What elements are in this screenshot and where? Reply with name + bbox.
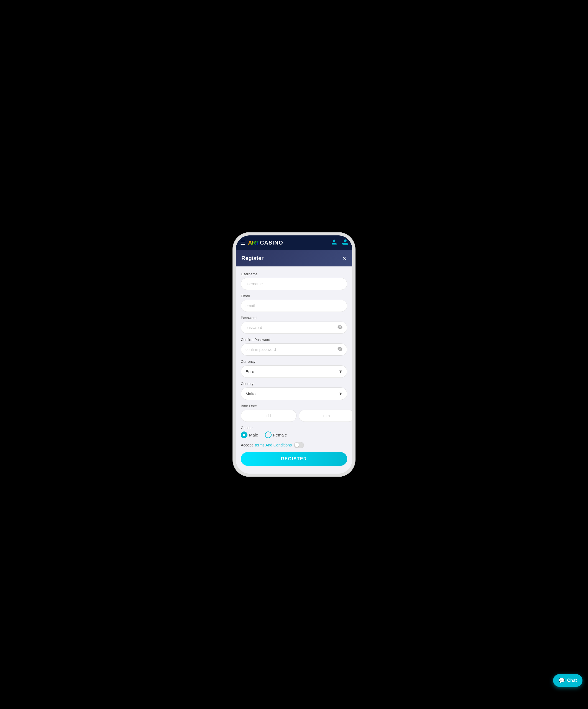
birthdate-row xyxy=(241,410,347,422)
password-field-group: Password xyxy=(241,316,347,334)
gender-female-option[interactable]: Female xyxy=(265,431,287,438)
form-body: Username Email Password xyxy=(236,266,352,471)
email-field-group: Email xyxy=(241,294,347,312)
birthdate-mm-input[interactable] xyxy=(299,410,352,422)
country-field-group: Country Malta United Kingdom Germany Fra… xyxy=(241,382,347,400)
birthdate-dd-input[interactable] xyxy=(241,410,297,422)
register-nav-icon[interactable] xyxy=(341,239,348,247)
gender-row: Male Female xyxy=(241,431,347,438)
birthdate-field-group: Birth Date xyxy=(241,404,347,422)
terms-toggle[interactable] xyxy=(294,442,304,448)
username-input-wrapper xyxy=(241,278,347,290)
username-input[interactable] xyxy=(241,278,347,290)
register-button[interactable]: REGISTER xyxy=(241,452,347,466)
accept-terms-row: Accept terms And Conditions xyxy=(241,442,347,448)
chat-button-label: Chat xyxy=(567,678,577,683)
chat-bubble-icon: 💬 xyxy=(559,677,565,684)
email-input[interactable] xyxy=(241,300,347,312)
currency-select[interactable]: Euro USD GBP BTC xyxy=(241,365,347,378)
username-label: Username xyxy=(241,272,347,276)
login-icon[interactable] xyxy=(331,239,337,246)
username-field-group: Username xyxy=(241,272,347,290)
confirm-password-label: Confirm Password xyxy=(241,338,347,342)
terms-link[interactable]: terms And Conditions xyxy=(255,443,292,447)
navbar: ☰ ART CASINO xyxy=(236,235,352,250)
modal-header: Register ✕ xyxy=(236,250,352,266)
navbar-icons xyxy=(331,239,348,247)
confirm-password-input-wrapper xyxy=(241,343,347,356)
password-input-wrapper xyxy=(241,321,347,334)
gender-female-radio[interactable] xyxy=(265,431,272,438)
password-eye-icon[interactable] xyxy=(337,324,343,331)
gender-label: Gender xyxy=(241,426,347,430)
birthdate-label: Birth Date xyxy=(241,404,347,408)
currency-select-wrapper: Euro USD GBP BTC ▼ xyxy=(241,365,347,378)
confirm-password-field-group: Confirm Password xyxy=(241,338,347,356)
country-select-wrapper: Malta United Kingdom Germany France Ital… xyxy=(241,388,347,400)
chat-button[interactable]: 💬 Chat xyxy=(553,674,583,687)
app-logo: ART CASINO xyxy=(248,240,328,246)
email-label: Email xyxy=(241,294,347,298)
phone-shell: ☰ ART CASINO Register ✕ xyxy=(236,235,352,474)
currency-field-group: Currency Euro USD GBP BTC ▼ xyxy=(241,360,347,378)
confirm-password-input[interactable] xyxy=(241,343,347,356)
gender-male-radio[interactable] xyxy=(241,431,248,438)
logo-casino-text: CASINO xyxy=(260,240,283,246)
currency-label: Currency xyxy=(241,360,347,364)
gender-male-option[interactable]: Male xyxy=(241,431,258,438)
register-modal: Register ✕ Username Email Password xyxy=(236,250,352,474)
country-label: Country xyxy=(241,382,347,386)
modal-title: Register xyxy=(241,255,263,261)
menu-icon[interactable]: ☰ xyxy=(240,240,245,246)
logo-art-text: ART xyxy=(248,240,259,246)
email-input-wrapper xyxy=(241,300,347,312)
gender-male-label: Male xyxy=(249,432,258,437)
accept-text: Accept xyxy=(241,443,253,447)
gender-female-label: Female xyxy=(273,432,287,437)
password-label: Password xyxy=(241,316,347,320)
close-button[interactable]: ✕ xyxy=(342,256,347,261)
gender-field-group: Gender Male Female xyxy=(241,426,347,438)
password-input[interactable] xyxy=(241,321,347,334)
confirm-password-eye-icon[interactable] xyxy=(337,346,343,353)
country-select[interactable]: Malta United Kingdom Germany France Ital… xyxy=(241,388,347,400)
